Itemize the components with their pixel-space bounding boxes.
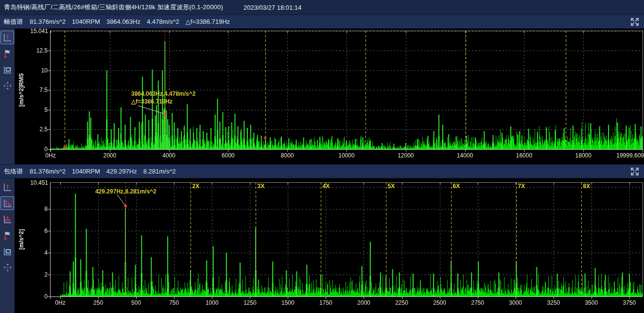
band-marker-button[interactable]	[0, 244, 14, 258]
band-marker-button[interactable]	[0, 63, 14, 76]
harmonic-cursor-button[interactable]	[0, 196, 14, 210]
envelope-spectrum-header: 包络谱 81.376m/s^2 1040RPM 429.297Hz 8.281m…	[0, 164, 644, 178]
stat-cursor-amplitude-env: 8.281m/s^2	[143, 168, 176, 175]
measurement-point-path: 青岛特钢/高线厂/二高线/26#锥箱/三轴斜齿侧4H/128k 加速度波形(0.…	[4, 3, 223, 12]
flag-marker-button[interactable]	[0, 228, 14, 242]
vibration-analysis-app: 青岛特钢/高线厂/二高线/26#锥箱/三轴斜齿侧4H/128k 加速度波形(0.…	[0, 0, 644, 313]
amplitude-spectrum-panel: 3864.063Hz,4.478m/s^2 △f=3386.719Hz	[0, 29, 644, 164]
envelope-spectrum-panel: 429.297Hz,8.281m/s^2	[0, 178, 644, 313]
stat-cursor-amplitude: 4.478m/s^2	[147, 18, 179, 25]
stat-delta-frequency: △f=3386.719Hz	[186, 18, 230, 25]
pan-move-button[interactable]	[0, 261, 14, 274]
fullscreen-icon	[630, 17, 639, 26]
panel-title-amplitude: 幅值谱	[4, 17, 23, 26]
fullscreen-icon	[630, 167, 639, 176]
timestamp: 2023/03/27 18:01:14	[244, 4, 301, 11]
harmonic-cursor-icon	[2, 198, 13, 209]
single-cursor-button[interactable]	[0, 180, 14, 194]
stat-rpm-env: 1040RPM	[72, 168, 100, 175]
band-marker-icon	[2, 246, 13, 257]
amplitude-spectrum-header: 幅值谱 81.376m/s^2 1040RPM 3864.063Hz 4.478…	[0, 15, 644, 29]
single-cursor-icon	[2, 182, 13, 192]
single-cursor-button[interactable]	[0, 31, 14, 44]
amplitude-spectrum-plot[interactable]	[15, 29, 644, 164]
pan-move-button[interactable]	[0, 79, 14, 92]
envelope-toolbar	[0, 178, 15, 313]
amplitude-toolbar	[0, 29, 15, 164]
stat-rpm: 1040RPM	[72, 18, 100, 25]
flag-marker-button[interactable]	[0, 47, 14, 60]
flag-marker-icon	[2, 230, 13, 241]
pan-move-icon	[2, 262, 13, 273]
flag-marker-icon	[2, 49, 13, 59]
stat-cursor-frequency-env: 429.297Hz	[106, 168, 137, 175]
panel-title-envelope: 包络谱	[4, 167, 23, 176]
title-bar: 青岛特钢/高线厂/二高线/26#锥箱/三轴斜齿侧4H/128k 加速度波形(0.…	[0, 0, 644, 15]
stat-overall-rms-env: 81.376m/s^2	[30, 168, 66, 175]
band-marker-icon	[2, 65, 13, 75]
fullscreen-button[interactable]	[630, 17, 640, 27]
envelope-spectrum-plot[interactable]	[15, 178, 644, 313]
stat-cursor-frequency: 3864.063Hz	[106, 18, 140, 25]
single-cursor-icon	[2, 33, 13, 43]
stat-overall-rms: 81.376m/s^2	[30, 18, 66, 25]
fullscreen-button-envelope[interactable]	[630, 167, 640, 177]
sideband-cursor-button[interactable]	[0, 212, 14, 226]
sideband-cursor-icon	[2, 214, 13, 225]
pan-move-icon	[2, 81, 13, 91]
